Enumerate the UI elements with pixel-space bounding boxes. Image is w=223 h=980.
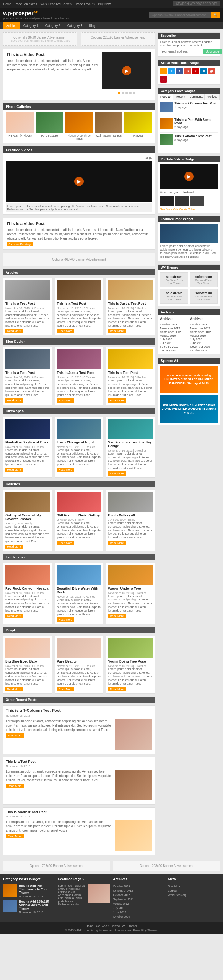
recent-read-more[interactable]: Read More xyxy=(6,733,24,738)
hostgator-ad[interactable]: HOSTGATOR Green Web Hosting UNLIMITED DI… xyxy=(160,366,218,393)
wp-logo-2[interactable]: solostream Our WordPressYour Theme xyxy=(189,272,218,287)
footer-nav-about[interactable]: About xyxy=(102,924,109,928)
read-more-button[interactable]: Read More xyxy=(5,329,23,333)
read-more-button[interactable]: Read More xyxy=(108,687,126,691)
tab-comments[interactable]: Comments xyxy=(188,94,205,100)
subscribe-email-input[interactable] xyxy=(160,49,202,54)
nav-cat3[interactable]: Category 3 xyxy=(64,22,85,29)
youtube-thumb[interactable] xyxy=(160,196,174,207)
header-search-button[interactable]: 🔍 xyxy=(211,12,220,18)
nav-page-layouts[interactable]: Page Layouts xyxy=(76,2,95,6)
nav-cat1[interactable]: Category 1 xyxy=(20,22,42,29)
wp-logo-3[interactable]: solostream Our WordPressYour Theme xyxy=(160,289,188,304)
archive-link[interactable]: January 2010 xyxy=(160,348,188,352)
video-nav-icon[interactable]: ◀ xyxy=(145,156,148,160)
archive-link[interactable]: August 2012 xyxy=(113,902,165,906)
read-more-button[interactable]: Read More xyxy=(108,329,126,333)
archive-link[interactable]: August 2010 xyxy=(190,334,218,337)
gallery-item[interactable]: Wall Pattern - Stripes xyxy=(95,113,123,140)
archive-link[interactable]: September 2012 xyxy=(113,897,165,902)
read-more-button[interactable]: Read More xyxy=(5,544,23,549)
archive-link[interactable]: November 2013 xyxy=(190,326,218,330)
twitter-icon[interactable]: T xyxy=(168,68,175,75)
footer-nav-prosper[interactable]: WP-Prosper xyxy=(122,924,137,928)
footer-nav-contact[interactable]: Contact xyxy=(111,924,120,928)
featured-play-button[interactable]: ▶ xyxy=(74,177,83,186)
subscribe-button[interactable]: Subscribe xyxy=(203,49,222,54)
meta-link[interactable]: Log out xyxy=(168,889,220,893)
hosting-ad[interactable]: UNLIMITED HOSTING UNLIMITED DISK SPACE U… xyxy=(160,395,218,423)
archive-link[interactable]: November 2012 xyxy=(113,889,165,893)
footer-nav-home[interactable]: Home xyxy=(86,924,93,928)
google-icon[interactable]: G xyxy=(184,68,191,75)
googleplus-icon[interactable]: g+ xyxy=(209,68,215,75)
read-more-button[interactable]: Read More xyxy=(57,329,74,333)
archive-link[interactable]: October 2008 xyxy=(113,915,165,919)
nav-cat2[interactable]: Category 2 xyxy=(42,22,64,29)
read-more-button[interactable]: Read More xyxy=(57,468,74,472)
read-more-button[interactable]: Read More xyxy=(57,398,74,403)
archive-link[interactable]: July 2012 xyxy=(113,906,165,910)
archive-link[interactable]: June 2012 xyxy=(113,910,165,915)
read-more-button[interactable]: Read More xyxy=(57,617,74,622)
read-more-button[interactable]: Read More xyxy=(108,471,126,476)
archive-link[interactable]: August 2010 xyxy=(160,334,188,337)
gallery-item[interactable]: Harvest xyxy=(124,113,152,140)
facebook-icon[interactable]: f xyxy=(176,68,183,75)
gallery-item[interactable]: Yiguan Drop Three Times xyxy=(65,113,93,140)
read-more-button[interactable]: Read More xyxy=(5,398,23,403)
read-more-button[interactable]: Read More xyxy=(57,687,74,691)
archive-link[interactable]: November 2013 xyxy=(160,326,188,330)
read-more-button[interactable]: Read More xyxy=(5,468,23,472)
wp-logo-1[interactable]: solostream Our WordPressYour Theme xyxy=(160,272,188,287)
archive-link[interactable]: February 2010 xyxy=(160,345,188,348)
nav-blog[interactable]: Blog xyxy=(86,22,98,29)
footer-nav-blog[interactable]: Blog xyxy=(95,924,100,928)
tab-popular[interactable]: Popular xyxy=(158,94,173,100)
top-search-input[interactable] xyxy=(173,1,220,6)
read-more-button[interactable]: Read More xyxy=(5,687,23,691)
header-search-input[interactable] xyxy=(149,12,211,18)
archive-link[interactable]: July 2010 xyxy=(190,337,218,341)
wp-logo-4[interactable]: solostream Our WordPressYour Theme xyxy=(189,289,218,304)
read-more-button[interactable]: Read More xyxy=(108,398,126,403)
archive-link[interactable]: September 2012 xyxy=(160,330,188,334)
rss-icon[interactable]: R xyxy=(160,68,167,75)
archive-link[interactable]: October 2013 xyxy=(190,323,218,326)
archive-link[interactable]: June 2010 xyxy=(160,341,188,345)
read-more-button[interactable]: Read More xyxy=(5,614,23,618)
archive-link[interactable]: November 2009 xyxy=(190,345,218,348)
read-more-button[interactable]: Read More xyxy=(108,541,126,545)
nav-buy[interactable]: Buy Now xyxy=(98,2,111,6)
read-more-button[interactable]: Read More xyxy=(108,614,126,618)
meta-link[interactable]: Site Admin xyxy=(168,884,220,889)
video-post-2-cta[interactable]: Continue Reading xyxy=(6,242,32,246)
archive-link[interactable]: October 2009 xyxy=(190,348,218,352)
nav-page-templates[interactable]: Page Templates xyxy=(15,2,37,6)
play-button[interactable]: ▶ xyxy=(122,66,131,75)
gallery-item[interactable]: Pig Rush (4 Views) xyxy=(6,113,34,140)
archive-link[interactable]: June 2010 xyxy=(190,341,218,345)
nav-articles[interactable]: Articles xyxy=(3,22,19,29)
archive-link[interactable]: July 2010 xyxy=(160,337,188,341)
youtube-thumb[interactable] xyxy=(175,196,189,207)
youtube-thumb[interactable] xyxy=(191,196,204,207)
archive-link[interactable]: October 2013 xyxy=(113,884,165,889)
nav-featured[interactable]: WRA Featured Content xyxy=(40,2,72,6)
meta-link[interactable]: WordPress.org xyxy=(168,893,220,897)
read-more-button[interactable]: Read More xyxy=(57,541,74,545)
video-nav-icon[interactable]: ▶ xyxy=(149,156,152,160)
archive-link[interactable]: October 2012 xyxy=(113,893,165,897)
archive-link[interactable]: September 2012 xyxy=(190,330,218,334)
youtube-play-button[interactable]: ▶ xyxy=(184,172,194,181)
gallery-item[interactable]: Pony Pasture xyxy=(35,113,64,140)
youtube-icon[interactable]: Y xyxy=(193,68,199,75)
recent-read-more[interactable]: Read More xyxy=(6,834,24,838)
recent-read-more[interactable]: Read More xyxy=(6,784,24,788)
tab-archives[interactable]: Archives xyxy=(205,94,220,100)
archive-link[interactable]: October 2013 xyxy=(160,323,188,326)
tab-recent[interactable]: Recent xyxy=(173,94,189,100)
linkedin-icon[interactable]: in xyxy=(201,68,207,75)
pinterest-icon[interactable]: P xyxy=(160,76,167,83)
nav-home[interactable]: Home xyxy=(3,2,11,6)
